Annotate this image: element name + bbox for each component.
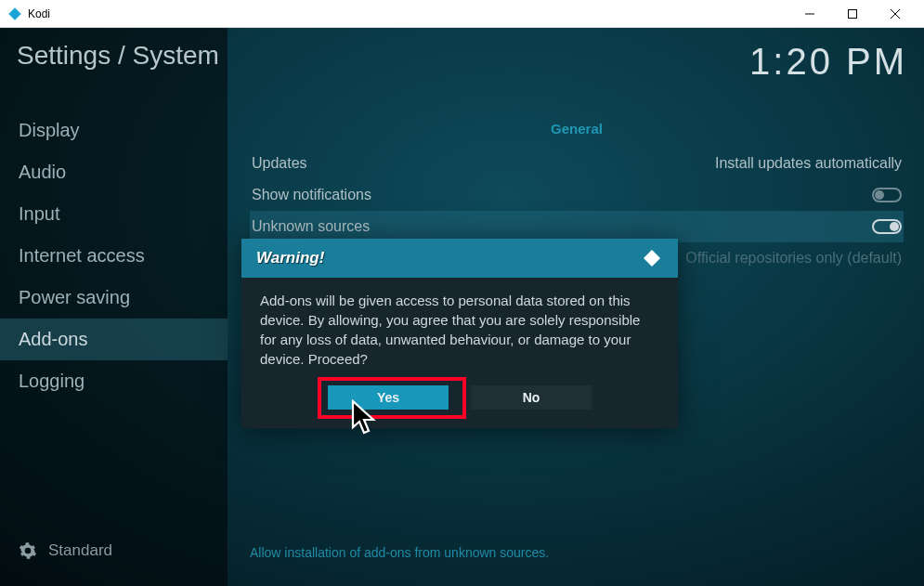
dialog-body: Add-ons will be given access to personal… — [241, 278, 678, 378]
sidebar-item-power-saving[interactable]: Power saving — [0, 277, 228, 319]
maximize-button[interactable] — [831, 0, 874, 28]
dialog-actions: Yes No — [241, 378, 678, 428]
setting-label: Updates — [252, 155, 307, 172]
dialog-header: Warning! — [241, 239, 678, 278]
setting-label: Show notifications — [252, 187, 371, 203]
window-controls — [788, 0, 917, 28]
dialog-title: Warning! — [256, 249, 324, 267]
window-title: Kodi — [28, 7, 788, 20]
sidebar-item-add-ons[interactable]: Add-ons — [0, 319, 228, 360]
setting-label: Unknown sources — [252, 218, 370, 235]
sidebar-item-audio[interactable]: Audio — [0, 151, 228, 193]
setting-updates[interactable]: UpdatesInstall updates automatically — [250, 148, 904, 179]
sidebar-item-internet-access[interactable]: Internet access — [0, 235, 228, 277]
yes-button[interactable]: Yes — [328, 385, 449, 410]
minimize-button[interactable] — [788, 0, 831, 28]
kodi-icon — [7, 7, 22, 21]
setting-unknown-sources[interactable]: Unknown sources — [250, 211, 904, 242]
setting-value: Official repositories only (default) — [685, 250, 902, 267]
sidebar-item-input[interactable]: Input — [0, 193, 228, 235]
section-header: General — [250, 121, 904, 137]
warning-dialog: Warning! Add-ons will be given access to… — [241, 239, 678, 428]
setting-value: Install updates automatically — [715, 155, 902, 172]
gear-icon — [19, 541, 37, 560]
close-button[interactable] — [874, 0, 917, 28]
toggle-switch[interactable] — [872, 219, 902, 234]
setting-show-notifications[interactable]: Show notifications — [250, 179, 904, 211]
sidebar-item-display[interactable]: Display — [0, 110, 228, 151]
settings-level-button[interactable]: Standard — [19, 541, 112, 560]
toggle-switch[interactable] — [872, 188, 902, 202]
settings-level-label: Standard — [48, 541, 112, 560]
svg-rect-1 — [849, 9, 857, 18]
setting-hint: Allow installation of add-ons from unkno… — [250, 545, 549, 560]
sidebar: DisplayAudioInputInternet accessPower sa… — [0, 28, 228, 586]
sidebar-item-logging[interactable]: Logging — [0, 360, 228, 402]
no-button[interactable]: No — [471, 385, 592, 410]
kodi-icon — [641, 247, 663, 269]
window-titlebar: Kodi — [0, 0, 924, 28]
